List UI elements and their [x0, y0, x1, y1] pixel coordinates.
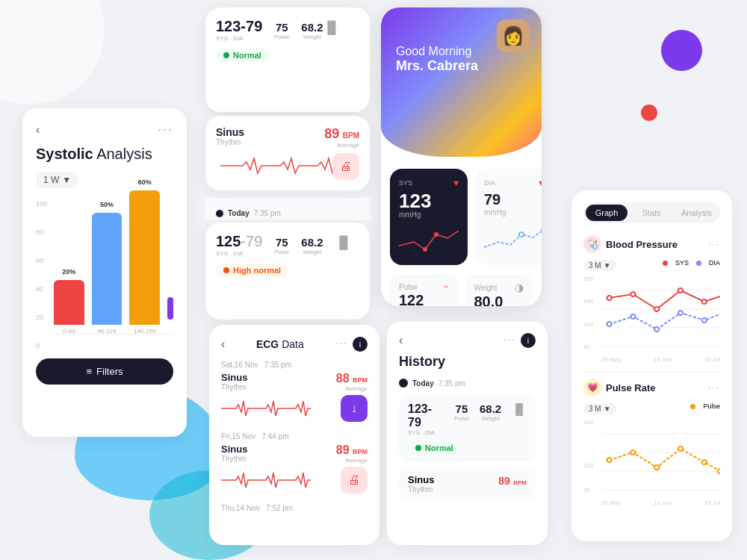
- bp-y-labels: 16014012080: [583, 276, 593, 350]
- svg-point-11: [678, 288, 683, 293]
- sinus-row: Sinus Thythm 89 BPM Average: [216, 126, 359, 149]
- analytics-tabs: Graph Stats Analysis: [583, 202, 720, 223]
- sys-graph: [399, 223, 459, 253]
- bar-pct-140-159: 60%: [129, 178, 160, 186]
- status-badge-top: Normal: [216, 49, 269, 62]
- weight-label-top: Weight: [303, 34, 322, 40]
- info-button[interactable]: i: [353, 337, 368, 352]
- pulse-label: Pulse: [399, 283, 418, 291]
- history-pulse-val: 75: [456, 402, 468, 415]
- pulse-section-title: 💗 Pulse Rate: [583, 379, 655, 396]
- svg-point-0: [423, 247, 427, 252]
- bp-more-options[interactable]: ···: [708, 239, 720, 249]
- filters-button[interactable]: ≡ Filters: [36, 358, 173, 385]
- bp-section-row: 🩺 Blood Pressure ···: [583, 235, 720, 253]
- ecg-wave-row-2: 🖨: [221, 467, 368, 494]
- ecg-print-btn-2[interactable]: 🖨: [341, 467, 368, 494]
- weight-label-mid: Weight: [303, 249, 322, 255]
- history-sysdia: SYS - DIA: [408, 429, 444, 436]
- ecg-thythm-2: Thythm: [221, 455, 247, 463]
- status-badge-mid: High normal: [216, 264, 288, 277]
- bar-purple-small: [167, 297, 173, 320]
- avg-label: Average: [324, 142, 359, 149]
- history-time: 7:35 pm: [438, 379, 465, 388]
- ecg-date-2: Fri,15 Nov 7:44 pm: [221, 432, 368, 441]
- sys-label: SYS ♥: [399, 178, 459, 188]
- pulse-label-top: Pulse: [274, 34, 289, 40]
- history-title: History: [399, 354, 536, 370]
- ecg-action-btn-top[interactable]: 🖨: [332, 153, 359, 180]
- filter-badge[interactable]: 1 W ▼: [36, 172, 78, 188]
- ecg-title-rest: Data: [279, 338, 303, 350]
- sys-card: SYS ♥ 123 mmHg: [390, 169, 468, 265]
- pulse-section-row: 💗 Pulse Rate ···: [583, 379, 720, 396]
- ecg-back-button[interactable]: ‹: [221, 337, 225, 351]
- tab-analysis[interactable]: Analysis: [675, 205, 718, 221]
- dia-graph: [484, 221, 542, 251]
- card-bp-mid: 125-79 SYS - DIA 75 Pulse 68.2 Weight ▐▌…: [205, 223, 370, 320]
- ecg-bpm-2: 89: [336, 444, 350, 456]
- card-history: ‹ ··· i History Today 7:35 pm 123-79 SYS…: [387, 321, 548, 545]
- bp-value-top: 123-79: [216, 18, 262, 35]
- bar-90-119: 50%: [92, 213, 123, 325]
- svg-point-23: [630, 450, 635, 455]
- systolic-title: Systolic Analysis: [36, 145, 173, 163]
- dia-unit: mmHg: [484, 208, 542, 217]
- bar-pct-90-119: 50%: [92, 201, 123, 208]
- chart-icon-top[interactable]: ▐▌: [323, 21, 341, 34]
- pulse-value: 122: [399, 292, 449, 306]
- tab-stats[interactable]: Stats: [630, 205, 672, 221]
- dia-label: DIA ♥: [484, 178, 542, 188]
- bar-chart: 100806040200 20% 0-89 50% 90-119 60% 140…: [36, 200, 173, 349]
- svg-point-10: [654, 307, 659, 311]
- bp-section-title: 🩺 Blood Pressure: [583, 235, 678, 253]
- bp-icon: 🩺: [583, 235, 601, 253]
- bp-time-filter[interactable]: 3 M ▼: [583, 260, 616, 271]
- ecg-avg-2: Average: [336, 457, 368, 464]
- bpm-val: 89: [324, 126, 339, 141]
- more-options-button[interactable]: ···: [158, 122, 173, 137]
- bar-group-140-159: 60% 140-159: [129, 190, 160, 335]
- svg-point-1: [434, 232, 438, 237]
- greeting-name: Mrs. Cabrera: [396, 58, 527, 74]
- y-axis-labels: 100806040200: [36, 200, 51, 349]
- svg-point-12: [702, 299, 707, 304]
- ecg-header: ‹ ECG Data ··· i: [221, 337, 368, 352]
- card-systolic: ‹ ··· Systolic Analysis 1 W ▼ 1008060402…: [22, 108, 187, 437]
- pulse-val-top: 75: [276, 21, 288, 34]
- pulse-time-filter[interactable]: 3 M ▼: [583, 403, 616, 414]
- chart-icon-mid[interactable]: ▐▌: [335, 236, 353, 249]
- history-sinus-sub: Thythm: [408, 485, 434, 494]
- sinus-title: Sinus: [216, 126, 244, 138]
- history-sinus-title: Sinus: [408, 474, 434, 485]
- sinus-sub: Thythm: [216, 138, 244, 146]
- svg-point-2: [519, 232, 524, 237]
- back-button[interactable]: ‹: [36, 123, 40, 137]
- svg-point-24: [654, 465, 659, 470]
- history-bp-entry: 123-79 SYS - DIA 75 Pulse 68.2 Weight ▐▌…: [399, 395, 536, 462]
- card-analytics: Graph Stats Analysis 🩺 Blood Pressure ··…: [571, 190, 732, 541]
- pulse-chart: 16012080: [583, 419, 720, 494]
- history-weight-lbl: Weight: [481, 415, 500, 422]
- svg-point-25: [678, 447, 683, 451]
- ecg-thythm-1: Thythm: [221, 383, 247, 391]
- tab-graph[interactable]: Graph: [586, 205, 627, 221]
- history-more-options[interactable]: ···: [503, 333, 516, 348]
- bp-legend: SYS DIA: [663, 259, 720, 267]
- bg-circle-red: [641, 105, 657, 121]
- ecg-title-bold: ECG: [256, 338, 279, 350]
- ecg-more-options[interactable]: ···: [335, 337, 348, 352]
- ecg-download-btn-1[interactable]: ↓: [341, 395, 368, 422]
- svg-point-22: [607, 458, 611, 462]
- pulse-icon: 💗: [583, 379, 601, 396]
- pulse-more-options[interactable]: ···: [708, 382, 720, 393]
- svg-point-26: [702, 460, 707, 464]
- history-info-button[interactable]: i: [521, 333, 536, 348]
- svg-point-16: [678, 311, 683, 315]
- history-back-button[interactable]: ‹: [399, 334, 403, 347]
- x-axis-line: [54, 334, 173, 335]
- svg-point-17: [702, 318, 707, 323]
- svg-point-13: [607, 322, 611, 326]
- ecg-wave-1: [221, 397, 311, 420]
- bp-sysdia-label-mid: SYS - DIA: [216, 250, 262, 257]
